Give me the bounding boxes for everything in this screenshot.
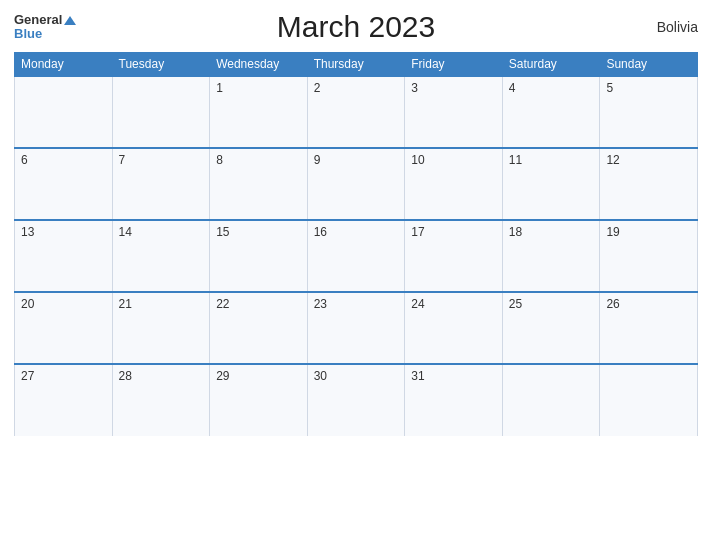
- calendar-table: Monday Tuesday Wednesday Thursday Friday…: [14, 52, 698, 436]
- calendar-day-cell: 20: [15, 292, 113, 364]
- header-monday: Monday: [15, 53, 113, 77]
- day-number: 13: [21, 225, 34, 239]
- day-number: 3: [411, 81, 418, 95]
- calendar-day-cell: 2: [307, 76, 405, 148]
- calendar-day-cell: 1: [210, 76, 308, 148]
- calendar-title: March 2023: [114, 10, 598, 44]
- calendar-day-cell: 26: [600, 292, 698, 364]
- calendar-day-cell: 29: [210, 364, 308, 436]
- calendar-day-cell: 21: [112, 292, 210, 364]
- calendar-day-cell: [502, 364, 600, 436]
- day-number: 28: [119, 369, 132, 383]
- day-number: 16: [314, 225, 327, 239]
- calendar-day-cell: 27: [15, 364, 113, 436]
- day-number: 6: [21, 153, 28, 167]
- header-tuesday: Tuesday: [112, 53, 210, 77]
- calendar-week-row: 13141516171819: [15, 220, 698, 292]
- day-number: 10: [411, 153, 424, 167]
- day-number: 19: [606, 225, 619, 239]
- logo-blue-text: Blue: [14, 27, 42, 41]
- calendar-day-cell: 22: [210, 292, 308, 364]
- calendar-day-cell: 11: [502, 148, 600, 220]
- calendar-day-cell: 17: [405, 220, 503, 292]
- logo-triangle-icon: [64, 16, 76, 25]
- weekday-header-row: Monday Tuesday Wednesday Thursday Friday…: [15, 53, 698, 77]
- calendar-day-cell: 9: [307, 148, 405, 220]
- day-number: 12: [606, 153, 619, 167]
- calendar-day-cell: 13: [15, 220, 113, 292]
- calendar-week-row: 6789101112: [15, 148, 698, 220]
- calendar-day-cell: 3: [405, 76, 503, 148]
- calendar-day-cell: 28: [112, 364, 210, 436]
- day-number: 18: [509, 225, 522, 239]
- day-number: 22: [216, 297, 229, 311]
- calendar-day-cell: 10: [405, 148, 503, 220]
- header-friday: Friday: [405, 53, 503, 77]
- logo-general-text: General: [14, 13, 76, 27]
- day-number: 7: [119, 153, 126, 167]
- day-number: 23: [314, 297, 327, 311]
- day-number: 31: [411, 369, 424, 383]
- header-wednesday: Wednesday: [210, 53, 308, 77]
- day-number: 27: [21, 369, 34, 383]
- day-number: 8: [216, 153, 223, 167]
- calendar-day-cell: 31: [405, 364, 503, 436]
- header-saturday: Saturday: [502, 53, 600, 77]
- calendar-day-cell: 15: [210, 220, 308, 292]
- calendar-day-cell: 24: [405, 292, 503, 364]
- calendar-week-row: 12345: [15, 76, 698, 148]
- day-number: 21: [119, 297, 132, 311]
- day-number: 4: [509, 81, 516, 95]
- calendar-day-cell: [600, 364, 698, 436]
- day-number: 24: [411, 297, 424, 311]
- calendar-week-row: 20212223242526: [15, 292, 698, 364]
- day-number: 11: [509, 153, 522, 167]
- calendar-day-cell: [15, 76, 113, 148]
- header-thursday: Thursday: [307, 53, 405, 77]
- calendar-day-cell: 16: [307, 220, 405, 292]
- day-number: 5: [606, 81, 613, 95]
- country-label: Bolivia: [598, 19, 698, 35]
- header-sunday: Sunday: [600, 53, 698, 77]
- day-number: 2: [314, 81, 321, 95]
- day-number: 29: [216, 369, 229, 383]
- day-number: 15: [216, 225, 229, 239]
- calendar-week-row: 2728293031: [15, 364, 698, 436]
- day-number: 26: [606, 297, 619, 311]
- header: General Blue March 2023 Bolivia: [14, 10, 698, 44]
- day-number: 1: [216, 81, 223, 95]
- calendar-day-cell: 19: [600, 220, 698, 292]
- calendar-day-cell: 23: [307, 292, 405, 364]
- day-number: 9: [314, 153, 321, 167]
- calendar-day-cell: 14: [112, 220, 210, 292]
- day-number: 20: [21, 297, 34, 311]
- calendar-day-cell: 8: [210, 148, 308, 220]
- day-number: 14: [119, 225, 132, 239]
- calendar-day-cell: 25: [502, 292, 600, 364]
- calendar-day-cell: [112, 76, 210, 148]
- day-number: 17: [411, 225, 424, 239]
- logo: General Blue: [14, 13, 114, 42]
- day-number: 25: [509, 297, 522, 311]
- calendar-day-cell: 7: [112, 148, 210, 220]
- day-number: 30: [314, 369, 327, 383]
- calendar-day-cell: 12: [600, 148, 698, 220]
- calendar-day-cell: 18: [502, 220, 600, 292]
- calendar-page: General Blue March 2023 Bolivia Monday T…: [0, 0, 712, 550]
- calendar-day-cell: 5: [600, 76, 698, 148]
- calendar-day-cell: 4: [502, 76, 600, 148]
- calendar-day-cell: 6: [15, 148, 113, 220]
- calendar-day-cell: 30: [307, 364, 405, 436]
